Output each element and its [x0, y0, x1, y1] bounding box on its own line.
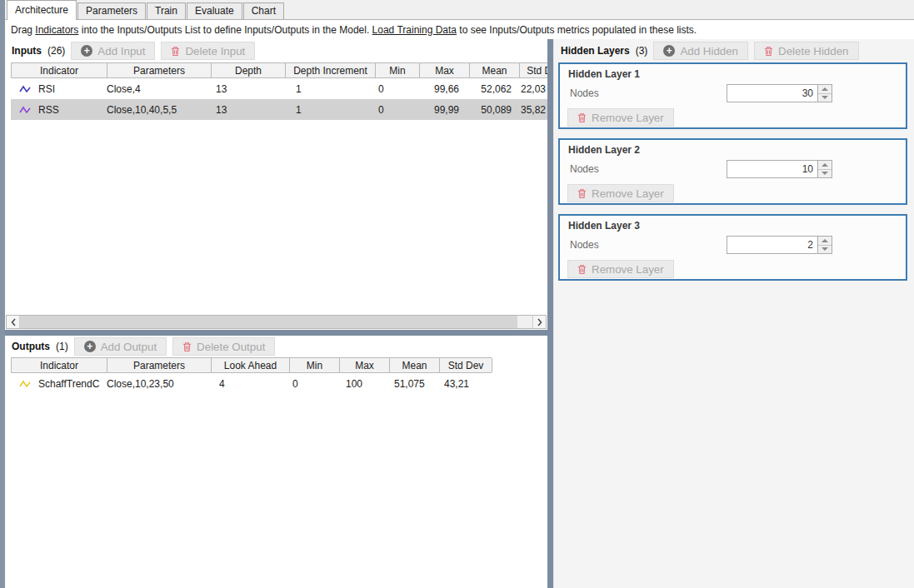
- remove-layer-label: Remove Layer: [592, 112, 664, 124]
- hidden-layer-3-title: Hidden Layer 3: [568, 220, 906, 232]
- workspace: Inputs (26) + Add Input Delete Input: [5, 39, 914, 588]
- cell-std-dev: 22,03: [519, 83, 547, 95]
- load-training-data-link[interactable]: Load Training Data: [372, 24, 457, 36]
- instruction-part3: to see Inputs/Outputs metrics populated …: [457, 24, 697, 36]
- add-output-label: Add Output: [101, 341, 157, 353]
- column-header-indicator[interactable]: Indicator: [12, 63, 107, 77]
- add-input-button[interactable]: + Add Input: [71, 42, 155, 60]
- scrollbar-thumb[interactable]: [20, 316, 517, 328]
- cell-parameters: Close,4: [107, 83, 211, 95]
- add-input-label: Add Input: [97, 45, 145, 57]
- table-row[interactable]: SchaffTrendC Close,10,23,50 4 0 100 51,0…: [11, 373, 492, 394]
- trash-icon: [577, 112, 587, 123]
- instruction-text: Drag Indicators into the Inputs/Outputs …: [5, 20, 914, 39]
- nodes-label: Nodes: [570, 239, 599, 251]
- hidden-layers-header: Hidden Layers (3) + Add Hidden Delete Hi…: [554, 39, 914, 62]
- delete-hidden-button[interactable]: Delete Hidden: [754, 42, 858, 60]
- remove-layer-button[interactable]: Remove Layer: [567, 260, 674, 278]
- indicators-link[interactable]: Indicators: [35, 24, 78, 36]
- column-header-max[interactable]: Max: [340, 358, 390, 372]
- column-header-depth[interactable]: Depth: [212, 63, 286, 77]
- scroll-right-arrow-icon[interactable]: [532, 316, 546, 328]
- outputs-grid: Indicator Parameters Look Ahead Min Max …: [5, 357, 547, 588]
- trash-icon: [764, 46, 773, 57]
- table-row[interactable]: RSI Close,4 13 1 0 99,66 52,062 22,03: [11, 78, 547, 99]
- tab-parameters[interactable]: Parameters: [77, 2, 146, 19]
- column-header-indicator[interactable]: Indicator: [12, 358, 107, 372]
- indicator-line-icon: [19, 105, 32, 115]
- trash-icon: [182, 341, 192, 352]
- cell-std-dev: 35,82: [519, 104, 547, 116]
- tab-bar: Architecture Parameters Train Evaluate C…: [5, 0, 914, 20]
- scrollbar-track[interactable]: [517, 316, 532, 328]
- vertical-splitter[interactable]: [547, 39, 554, 588]
- delete-output-label: Delete Output: [197, 341, 265, 353]
- remove-layer-button[interactable]: Remove Layer: [567, 108, 674, 127]
- indicator-name: SchaffTrendC: [38, 378, 99, 390]
- trash-icon: [171, 46, 180, 57]
- scroll-left-arrow-icon[interactable]: [7, 316, 20, 328]
- nodes-label: Nodes: [570, 87, 599, 99]
- column-header-min[interactable]: Min: [376, 63, 420, 77]
- column-header-min[interactable]: Min: [290, 358, 340, 372]
- inputs-grid-header: Indicator Parameters Depth Depth Increme…: [11, 62, 547, 78]
- table-row-selected[interactable]: RSS Close,10,40,5,5 13 1 0 99,99 50,089 …: [11, 99, 547, 120]
- cell-min: 0: [375, 104, 419, 116]
- column-header-look-ahead[interactable]: Look Ahead: [212, 358, 290, 372]
- stepper-up-icon[interactable]: [818, 161, 832, 170]
- column-header-parameters[interactable]: Parameters: [107, 63, 212, 77]
- nodes-input[interactable]: [727, 160, 818, 178]
- tab-chart[interactable]: Chart: [243, 2, 284, 19]
- cell-look-ahead: 4: [211, 378, 289, 390]
- hidden-layer-3-card: Hidden Layer 3 Nodes: [558, 214, 907, 281]
- stepper-down-icon[interactable]: [818, 246, 832, 254]
- column-header-std-dev[interactable]: Std Dev: [440, 358, 492, 372]
- column-header-std-dev[interactable]: Std Dev: [520, 63, 547, 77]
- hidden-layer-2-title: Hidden Layer 2: [568, 144, 906, 156]
- inputs-title: Inputs: [12, 45, 42, 57]
- column-header-mean[interactable]: Mean: [470, 63, 520, 77]
- instruction-part1: Drag: [11, 24, 35, 36]
- horizontal-scrollbar[interactable]: [6, 315, 547, 329]
- indicator-name: RSS: [38, 104, 59, 116]
- outputs-section: Outputs (1) + Add Output Delete Output: [5, 336, 547, 588]
- delete-input-button[interactable]: Delete Input: [161, 42, 255, 60]
- tab-evaluate[interactable]: Evaluate: [187, 2, 242, 19]
- tab-train[interactable]: Train: [147, 2, 186, 19]
- cell-depth: 13: [211, 104, 285, 116]
- column-header-parameters[interactable]: Parameters: [107, 358, 212, 372]
- nodes-stepper: [818, 236, 832, 254]
- nodes-label: Nodes: [570, 163, 599, 175]
- stepper-up-icon[interactable]: [818, 85, 832, 94]
- plus-circle-icon: +: [84, 341, 96, 352]
- stepper-down-icon[interactable]: [818, 94, 832, 102]
- stepper-up-icon[interactable]: [818, 237, 832, 246]
- column-header-mean[interactable]: Mean: [390, 358, 440, 372]
- add-hidden-label: Add Hidden: [680, 45, 738, 57]
- cell-depth: 13: [211, 83, 285, 95]
- inputs-outputs-panel: Inputs (26) + Add Input Delete Input: [5, 39, 547, 588]
- outputs-count: (1): [56, 341, 68, 352]
- outputs-grid-header: Indicator Parameters Look Ahead Min Max …: [11, 357, 492, 373]
- nodes-stepper: [818, 160, 832, 178]
- cell-mean: 50,089: [469, 104, 519, 116]
- stepper-down-icon[interactable]: [818, 170, 832, 178]
- instruction-part2: into the Inputs/Outputs List to define I…: [78, 24, 372, 36]
- hidden-layer-1-card: Hidden Layer 1 Nodes: [558, 62, 907, 129]
- nodes-stepper: [818, 84, 832, 102]
- outputs-header: Outputs (1) + Add Output Delete Output: [5, 336, 547, 357]
- delete-hidden-label: Delete Hidden: [778, 45, 848, 57]
- tab-architecture[interactable]: Architecture: [7, 0, 77, 20]
- delete-output-button[interactable]: Delete Output: [172, 337, 275, 356]
- remove-layer-label: Remove Layer: [592, 187, 664, 200]
- add-output-button[interactable]: + Add Output: [74, 337, 167, 356]
- column-header-max[interactable]: Max: [420, 63, 470, 77]
- horizontal-splitter[interactable]: [5, 330, 547, 336]
- nodes-input[interactable]: [727, 236, 818, 254]
- indicator-line-icon: [19, 84, 32, 94]
- column-header-depth-increment[interactable]: Depth Increment: [286, 63, 376, 77]
- nodes-input[interactable]: [727, 84, 818, 102]
- add-hidden-button[interactable]: + Add Hidden: [653, 42, 748, 60]
- cell-std-dev: 43,21: [439, 378, 492, 390]
- remove-layer-button[interactable]: Remove Layer: [567, 184, 674, 202]
